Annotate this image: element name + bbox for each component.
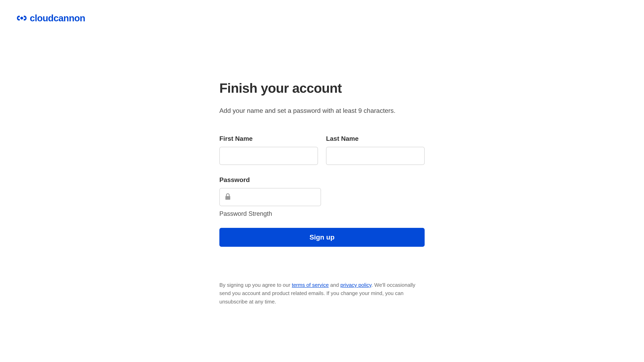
page-subtitle: Add your name and set a password with at…: [219, 106, 425, 115]
password-label: Password: [219, 176, 425, 184]
first-name-label: First Name: [219, 135, 318, 142]
first-name-input[interactable]: [219, 147, 318, 165]
page-title: Finish your account: [219, 80, 425, 96]
password-group: Password: [219, 176, 425, 206]
legal-text: By signing up you agree to our terms of …: [219, 281, 425, 306]
brand-name: cloudcannon: [30, 13, 85, 23]
svg-point-0: [20, 17, 23, 19]
first-name-group: First Name: [219, 135, 318, 165]
legal-prefix: By signing up you agree to our: [219, 282, 292, 288]
signup-button[interactable]: Sign up: [219, 228, 425, 247]
legal-and: and: [329, 282, 340, 288]
signup-form-container: Finish your account Add your name and se…: [215, 80, 429, 306]
last-name-group: Last Name: [326, 135, 425, 165]
header: cloudcannon: [0, 0, 644, 36]
last-name-input[interactable]: [326, 147, 425, 165]
privacy-link[interactable]: privacy policy: [340, 282, 371, 288]
cloud-logo-icon: [16, 12, 27, 24]
password-strength-label: Password Strength: [219, 210, 425, 217]
brand-logo[interactable]: cloudcannon: [16, 12, 628, 24]
terms-link[interactable]: terms of service: [292, 282, 329, 288]
name-row: First Name Last Name: [219, 135, 425, 165]
last-name-label: Last Name: [326, 135, 425, 142]
password-input[interactable]: [219, 188, 321, 206]
password-wrapper: [219, 188, 425, 206]
